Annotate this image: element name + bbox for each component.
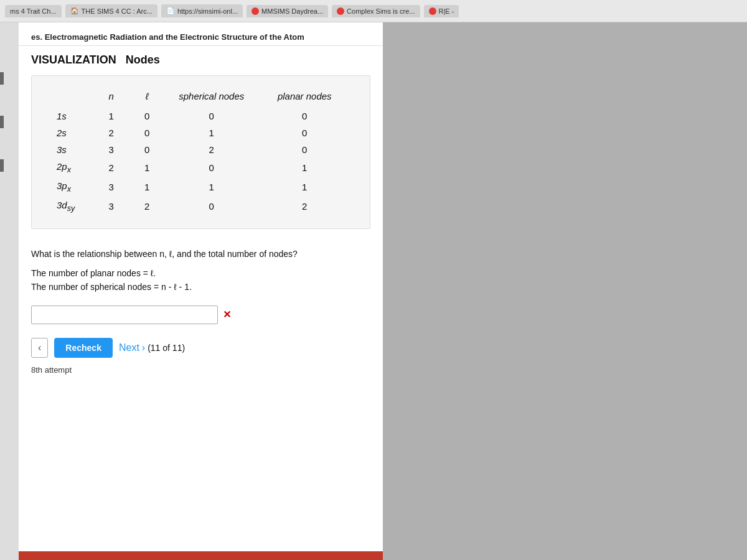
right-background bbox=[383, 22, 747, 560]
breadcrumb: es. Electromagnetic Radiation and the El… bbox=[19, 29, 383, 46]
col-header-planar: planar nodes bbox=[258, 88, 352, 108]
page-wrapper: es. Electromagnetic Radiation and the El… bbox=[0, 22, 747, 560]
nodes-table: n ℓ spherical nodes planar nodes 1s 1 0 … bbox=[50, 88, 351, 216]
col-header-orbital bbox=[50, 88, 93, 108]
tab-3-label: https://simsimi-onl... bbox=[177, 7, 238, 15]
cell-n-5: 3 bbox=[93, 197, 129, 216]
cell-orbital-0: 1s bbox=[50, 108, 93, 124]
cell-orbital-4: 3px bbox=[50, 177, 93, 197]
tab-6[interactable]: R|E - bbox=[424, 5, 459, 17]
cell-n-4: 3 bbox=[93, 177, 129, 197]
cell-orbital-3: 2px bbox=[50, 158, 93, 177]
tab-4-icon bbox=[251, 7, 259, 15]
col-header-l: ℓ bbox=[129, 88, 166, 108]
browser-tabs-bar: ms 4 Trait Ch... 🏠 THE SIMS 4 CC : Arc..… bbox=[0, 0, 747, 22]
sidebar-indicator-1 bbox=[0, 72, 4, 85]
next-button[interactable]: Next › (11 of 11) bbox=[119, 342, 185, 353]
cell-planar-4: 1 bbox=[258, 177, 352, 197]
tab-3[interactable]: 📄 https://simsimi-onl... bbox=[161, 4, 243, 17]
sidebar-indicator-2 bbox=[0, 116, 4, 128]
table-row: 2px 2 1 0 1 bbox=[50, 158, 351, 177]
cell-l-4: 1 bbox=[129, 177, 166, 197]
tab-5-icon bbox=[337, 7, 344, 15]
bottom-controls: ‹ Recheck Next › (11 of 11) bbox=[19, 332, 383, 364]
next-chevron-icon: Next bbox=[119, 342, 139, 353]
x-mark-icon: ✕ bbox=[223, 309, 231, 320]
input-area: ✕ bbox=[19, 298, 383, 332]
section-title: VISUALIZATION bbox=[31, 54, 116, 66]
table-row: 2s 2 0 1 0 bbox=[50, 124, 351, 141]
tab-6-label: R|E - bbox=[439, 7, 454, 15]
tab-5[interactable]: Complex Sims is cre... bbox=[332, 5, 420, 17]
cell-orbital-5: 3dsy bbox=[50, 197, 93, 216]
cell-planar-2: 0 bbox=[258, 141, 352, 158]
cell-planar-1: 0 bbox=[258, 124, 352, 141]
cell-l-1: 0 bbox=[129, 124, 166, 141]
sidebar-indicator-3 bbox=[0, 159, 4, 172]
question-text: What is the relationship between n, ℓ, a… bbox=[19, 239, 383, 263]
cell-planar-3: 1 bbox=[258, 158, 352, 177]
tab-2-label: THE SIMS 4 CC : Arc... bbox=[82, 7, 153, 15]
cell-spherical-0: 0 bbox=[165, 108, 258, 124]
relationship-line1: The number of planar nodes = ℓ. bbox=[31, 266, 370, 280]
red-bar bbox=[19, 551, 383, 560]
sidebar-strip bbox=[0, 22, 19, 560]
tab-2[interactable]: 🏠 THE SIMS 4 CC : Arc... bbox=[65, 4, 157, 17]
relationship-line2: The number of spherical nodes = n - ℓ - … bbox=[31, 280, 370, 294]
table-row: 3px 3 1 1 1 bbox=[50, 177, 351, 197]
cell-spherical-1: 1 bbox=[165, 124, 258, 141]
tab-6-icon bbox=[429, 7, 436, 15]
tab-4[interactable]: MMSIMS Daydrea... bbox=[247, 5, 328, 17]
tab-1-label: ms 4 Trait Ch... bbox=[10, 7, 57, 15]
cell-spherical-3: 0 bbox=[165, 158, 258, 177]
col-header-n: n bbox=[93, 88, 129, 108]
attempt-text: 8th attempt bbox=[19, 364, 383, 376]
cell-planar-5: 2 bbox=[258, 197, 352, 216]
tab-2-icon: 🏠 bbox=[70, 7, 79, 15]
relationship-text: The number of planar nodes = ℓ. The numb… bbox=[19, 263, 383, 298]
cell-l-5: 2 bbox=[129, 197, 166, 216]
tab-1[interactable]: ms 4 Trait Ch... bbox=[5, 5, 62, 17]
table-row: 1s 1 0 0 0 bbox=[50, 108, 351, 124]
answer-input[interactable] bbox=[31, 306, 218, 324]
cell-orbital-2: 3s bbox=[50, 141, 93, 158]
table-row: 3s 3 0 2 0 bbox=[50, 141, 351, 158]
cell-l-0: 0 bbox=[129, 108, 166, 124]
cell-n-3: 2 bbox=[93, 158, 129, 177]
cell-n-0: 1 bbox=[93, 108, 129, 124]
tab-3-icon: 📄 bbox=[166, 7, 175, 15]
section-header: VISUALIZATION Nodes bbox=[19, 46, 383, 70]
cell-n-2: 3 bbox=[93, 141, 129, 158]
cell-spherical-4: 1 bbox=[165, 177, 258, 197]
cell-spherical-2: 2 bbox=[165, 141, 258, 158]
tab-4-label: MMSIMS Daydrea... bbox=[261, 7, 323, 15]
next-chevron-right: › bbox=[142, 342, 145, 353]
recheck-button[interactable]: Recheck bbox=[54, 338, 113, 358]
section-subtitle: Nodes bbox=[126, 54, 160, 66]
cell-planar-0: 0 bbox=[258, 108, 352, 124]
cell-n-1: 2 bbox=[93, 124, 129, 141]
cell-orbital-1: 2s bbox=[50, 124, 93, 141]
cell-l-2: 0 bbox=[129, 141, 166, 158]
cell-l-3: 1 bbox=[129, 158, 166, 177]
table-container: n ℓ spherical nodes planar nodes 1s 1 0 … bbox=[31, 75, 370, 229]
tab-5-label: Complex Sims is cre... bbox=[347, 7, 415, 15]
cell-spherical-5: 0 bbox=[165, 197, 258, 216]
page-info: (11 of 11) bbox=[148, 343, 185, 353]
table-row: 3dsy 3 2 0 2 bbox=[50, 197, 351, 216]
back-button[interactable]: ‹ bbox=[31, 338, 48, 358]
col-header-spherical: spherical nodes bbox=[165, 88, 258, 108]
content-panel: es. Electromagnetic Radiation and the El… bbox=[19, 22, 383, 560]
